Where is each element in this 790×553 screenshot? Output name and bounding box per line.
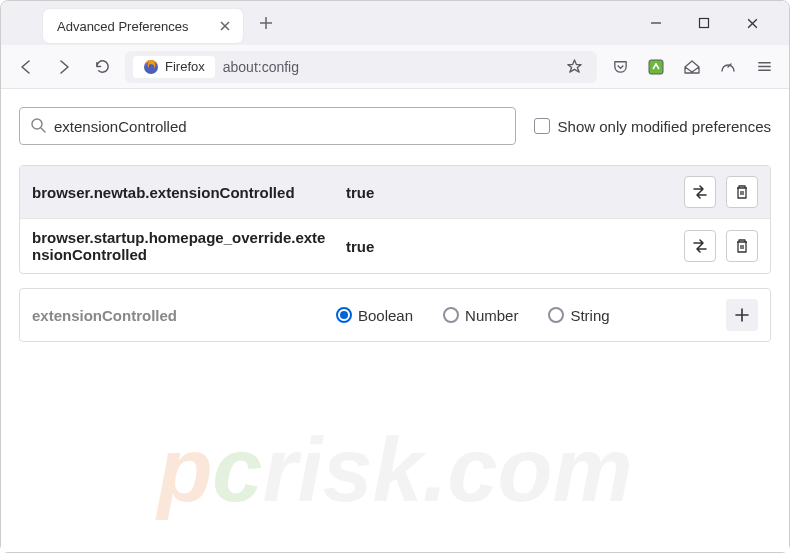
mail-icon[interactable] <box>677 52 707 82</box>
minimize-button[interactable] <box>641 8 671 38</box>
watermark-rest: risk.com <box>262 420 632 520</box>
radio-label: Boolean <box>358 307 413 324</box>
add-row: extensionControlled Boolean Number Strin… <box>20 289 770 341</box>
tab-title: Advanced Preferences <box>57 19 217 34</box>
radio-button[interactable] <box>443 307 459 323</box>
pocket-icon[interactable] <box>605 52 635 82</box>
toggle-button[interactable] <box>684 230 716 262</box>
radio-boolean[interactable]: Boolean <box>336 307 413 324</box>
radio-label: Number <box>465 307 518 324</box>
toggle-button[interactable] <box>684 176 716 208</box>
reload-button[interactable] <box>87 52 117 82</box>
pref-row: browser.newtab.extensionControlled true <box>20 166 770 218</box>
search-box[interactable] <box>19 107 516 145</box>
extension-icon[interactable] <box>641 52 671 82</box>
svg-rect-2 <box>649 60 663 74</box>
add-preference-table: extensionControlled Boolean Number Strin… <box>19 288 771 342</box>
toolbar-right-icons <box>605 52 779 82</box>
search-input[interactable] <box>54 118 505 135</box>
type-radio-group: Boolean Number String <box>336 307 712 324</box>
search-icon <box>30 117 46 136</box>
pref-name: browser.startup.homepage_override.extens… <box>32 229 332 263</box>
window-controls <box>641 8 777 38</box>
svg-rect-0 <box>700 19 709 28</box>
radio-button[interactable] <box>336 307 352 323</box>
tab-bar: Advanced Preferences <box>1 1 789 45</box>
page-content: Show only modified preferences browser.n… <box>1 89 789 552</box>
address-bar[interactable]: Firefox about:config <box>125 51 597 83</box>
pref-row: browser.startup.homepage_override.extens… <box>20 218 770 273</box>
watermark: pcrisk.com <box>157 419 632 522</box>
dashboard-icon[interactable] <box>713 52 743 82</box>
pref-value: true <box>346 184 670 201</box>
radio-label: String <box>570 307 609 324</box>
pref-name: browser.newtab.extensionControlled <box>32 184 332 201</box>
add-button[interactable] <box>726 299 758 331</box>
radio-number[interactable]: Number <box>443 307 518 324</box>
pref-actions <box>684 230 758 262</box>
toolbar: Firefox about:config <box>1 45 789 89</box>
address-text: about:config <box>223 59 299 75</box>
new-tab-button[interactable] <box>251 8 281 38</box>
firefox-label-text: Firefox <box>165 59 205 74</box>
delete-button[interactable] <box>726 230 758 262</box>
radio-button[interactable] <box>548 307 564 323</box>
radio-string[interactable]: String <box>548 307 609 324</box>
firefox-identity-label: Firefox <box>133 56 215 78</box>
forward-button[interactable] <box>49 52 79 82</box>
show-modified-checkbox[interactable] <box>534 118 550 134</box>
show-modified-checkbox-row[interactable]: Show only modified preferences <box>534 118 771 135</box>
bookmark-star-icon[interactable] <box>559 52 589 82</box>
checkbox-label: Show only modified preferences <box>558 118 771 135</box>
menu-icon[interactable] <box>749 52 779 82</box>
delete-button[interactable] <box>726 176 758 208</box>
close-tab-icon[interactable] <box>217 18 233 34</box>
search-row: Show only modified preferences <box>19 107 771 145</box>
browser-window: Advanced Preferences <box>0 0 790 553</box>
preferences-table: browser.newtab.extensionControlled true … <box>19 165 771 274</box>
maximize-button[interactable] <box>689 8 719 38</box>
pref-actions <box>684 176 758 208</box>
add-pref-name: extensionControlled <box>32 307 322 324</box>
firefox-icon <box>143 59 159 75</box>
watermark-p: p <box>157 420 212 520</box>
watermark-c: c <box>212 420 262 520</box>
browser-tab[interactable]: Advanced Preferences <box>43 9 243 43</box>
pref-value: true <box>346 238 670 255</box>
close-window-button[interactable] <box>737 8 767 38</box>
back-button[interactable] <box>11 52 41 82</box>
